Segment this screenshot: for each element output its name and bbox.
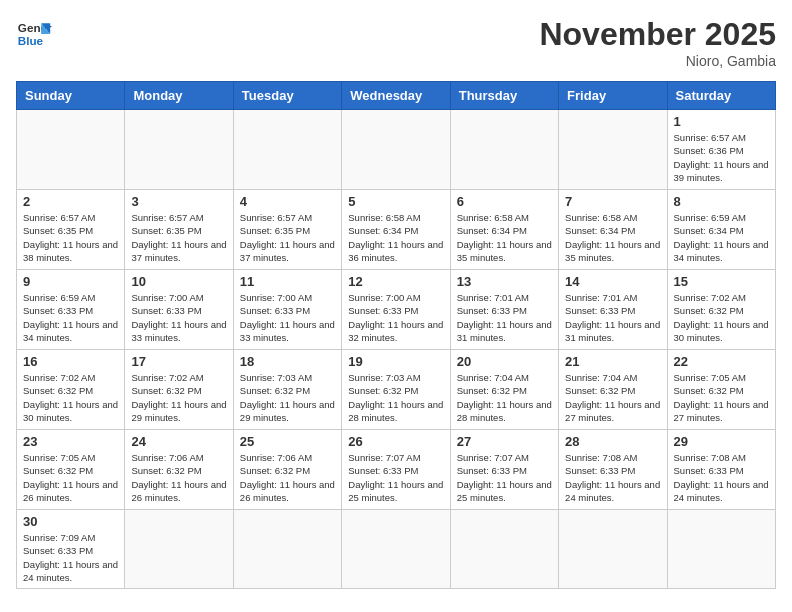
weekday-header-monday: Monday bbox=[125, 82, 233, 110]
day-number: 14 bbox=[565, 274, 660, 289]
day-number: 22 bbox=[674, 354, 769, 369]
day-info: Sunrise: 7:04 AM Sunset: 6:32 PM Dayligh… bbox=[457, 371, 552, 424]
day-number: 1 bbox=[674, 114, 769, 129]
title-section: November 2025 Nioro, Gambia bbox=[539, 16, 776, 69]
day-number: 19 bbox=[348, 354, 443, 369]
day-info: Sunrise: 7:03 AM Sunset: 6:32 PM Dayligh… bbox=[348, 371, 443, 424]
day-info: Sunrise: 6:59 AM Sunset: 6:33 PM Dayligh… bbox=[23, 291, 118, 344]
week-row-6: 30Sunrise: 7:09 AM Sunset: 6:33 PM Dayli… bbox=[17, 510, 776, 589]
calendar-cell bbox=[559, 510, 667, 589]
day-info: Sunrise: 7:08 AM Sunset: 6:33 PM Dayligh… bbox=[674, 451, 769, 504]
calendar-cell: 27Sunrise: 7:07 AM Sunset: 6:33 PM Dayli… bbox=[450, 430, 558, 510]
day-number: 24 bbox=[131, 434, 226, 449]
logo: General Blue bbox=[16, 16, 52, 52]
calendar-cell bbox=[17, 110, 125, 190]
day-number: 4 bbox=[240, 194, 335, 209]
day-number: 28 bbox=[565, 434, 660, 449]
calendar-cell: 3Sunrise: 6:57 AM Sunset: 6:35 PM Daylig… bbox=[125, 190, 233, 270]
day-number: 10 bbox=[131, 274, 226, 289]
week-row-1: 1Sunrise: 6:57 AM Sunset: 6:36 PM Daylig… bbox=[17, 110, 776, 190]
day-number: 5 bbox=[348, 194, 443, 209]
calendar-cell: 15Sunrise: 7:02 AM Sunset: 6:32 PM Dayli… bbox=[667, 270, 775, 350]
svg-text:Blue: Blue bbox=[18, 34, 44, 47]
calendar-cell: 12Sunrise: 7:00 AM Sunset: 6:33 PM Dayli… bbox=[342, 270, 450, 350]
day-number: 27 bbox=[457, 434, 552, 449]
day-number: 17 bbox=[131, 354, 226, 369]
day-info: Sunrise: 7:09 AM Sunset: 6:33 PM Dayligh… bbox=[23, 531, 118, 584]
calendar-cell: 25Sunrise: 7:06 AM Sunset: 6:32 PM Dayli… bbox=[233, 430, 341, 510]
calendar-cell bbox=[342, 510, 450, 589]
day-number: 7 bbox=[565, 194, 660, 209]
page-header: General Blue November 2025 Nioro, Gambia bbox=[16, 16, 776, 69]
calendar-cell: 20Sunrise: 7:04 AM Sunset: 6:32 PM Dayli… bbox=[450, 350, 558, 430]
day-number: 18 bbox=[240, 354, 335, 369]
day-info: Sunrise: 7:05 AM Sunset: 6:32 PM Dayligh… bbox=[674, 371, 769, 424]
day-info: Sunrise: 6:57 AM Sunset: 6:35 PM Dayligh… bbox=[240, 211, 335, 264]
calendar-cell bbox=[233, 110, 341, 190]
day-info: Sunrise: 7:04 AM Sunset: 6:32 PM Dayligh… bbox=[565, 371, 660, 424]
weekday-header-thursday: Thursday bbox=[450, 82, 558, 110]
day-number: 3 bbox=[131, 194, 226, 209]
day-number: 21 bbox=[565, 354, 660, 369]
calendar-table: SundayMondayTuesdayWednesdayThursdayFrid… bbox=[16, 81, 776, 589]
week-row-3: 9Sunrise: 6:59 AM Sunset: 6:33 PM Daylig… bbox=[17, 270, 776, 350]
weekday-header-wednesday: Wednesday bbox=[342, 82, 450, 110]
day-info: Sunrise: 7:01 AM Sunset: 6:33 PM Dayligh… bbox=[565, 291, 660, 344]
calendar-cell bbox=[450, 510, 558, 589]
day-number: 9 bbox=[23, 274, 118, 289]
calendar-cell: 19Sunrise: 7:03 AM Sunset: 6:32 PM Dayli… bbox=[342, 350, 450, 430]
day-number: 20 bbox=[457, 354, 552, 369]
calendar-cell: 13Sunrise: 7:01 AM Sunset: 6:33 PM Dayli… bbox=[450, 270, 558, 350]
calendar-cell: 4Sunrise: 6:57 AM Sunset: 6:35 PM Daylig… bbox=[233, 190, 341, 270]
weekday-header-sunday: Sunday bbox=[17, 82, 125, 110]
calendar-cell: 24Sunrise: 7:06 AM Sunset: 6:32 PM Dayli… bbox=[125, 430, 233, 510]
day-number: 6 bbox=[457, 194, 552, 209]
calendar-cell: 23Sunrise: 7:05 AM Sunset: 6:32 PM Dayli… bbox=[17, 430, 125, 510]
day-number: 26 bbox=[348, 434, 443, 449]
calendar-cell: 10Sunrise: 7:00 AM Sunset: 6:33 PM Dayli… bbox=[125, 270, 233, 350]
calendar-cell: 22Sunrise: 7:05 AM Sunset: 6:32 PM Dayli… bbox=[667, 350, 775, 430]
calendar-cell bbox=[125, 510, 233, 589]
calendar-cell bbox=[667, 510, 775, 589]
day-info: Sunrise: 6:57 AM Sunset: 6:35 PM Dayligh… bbox=[23, 211, 118, 264]
month-title: November 2025 bbox=[539, 16, 776, 53]
location-subtitle: Nioro, Gambia bbox=[539, 53, 776, 69]
calendar-cell: 1Sunrise: 6:57 AM Sunset: 6:36 PM Daylig… bbox=[667, 110, 775, 190]
day-number: 16 bbox=[23, 354, 118, 369]
calendar-cell: 28Sunrise: 7:08 AM Sunset: 6:33 PM Dayli… bbox=[559, 430, 667, 510]
calendar-cell: 2Sunrise: 6:57 AM Sunset: 6:35 PM Daylig… bbox=[17, 190, 125, 270]
week-row-4: 16Sunrise: 7:02 AM Sunset: 6:32 PM Dayli… bbox=[17, 350, 776, 430]
weekday-header-row: SundayMondayTuesdayWednesdayThursdayFrid… bbox=[17, 82, 776, 110]
day-info: Sunrise: 7:02 AM Sunset: 6:32 PM Dayligh… bbox=[674, 291, 769, 344]
day-info: Sunrise: 7:07 AM Sunset: 6:33 PM Dayligh… bbox=[348, 451, 443, 504]
day-number: 15 bbox=[674, 274, 769, 289]
calendar-cell bbox=[233, 510, 341, 589]
day-info: Sunrise: 7:07 AM Sunset: 6:33 PM Dayligh… bbox=[457, 451, 552, 504]
calendar-cell: 5Sunrise: 6:58 AM Sunset: 6:34 PM Daylig… bbox=[342, 190, 450, 270]
week-row-5: 23Sunrise: 7:05 AM Sunset: 6:32 PM Dayli… bbox=[17, 430, 776, 510]
weekday-header-tuesday: Tuesday bbox=[233, 82, 341, 110]
calendar-cell bbox=[342, 110, 450, 190]
day-info: Sunrise: 6:58 AM Sunset: 6:34 PM Dayligh… bbox=[565, 211, 660, 264]
calendar-cell: 18Sunrise: 7:03 AM Sunset: 6:32 PM Dayli… bbox=[233, 350, 341, 430]
calendar-cell: 9Sunrise: 6:59 AM Sunset: 6:33 PM Daylig… bbox=[17, 270, 125, 350]
day-number: 11 bbox=[240, 274, 335, 289]
calendar-cell: 29Sunrise: 7:08 AM Sunset: 6:33 PM Dayli… bbox=[667, 430, 775, 510]
day-info: Sunrise: 7:01 AM Sunset: 6:33 PM Dayligh… bbox=[457, 291, 552, 344]
day-info: Sunrise: 7:02 AM Sunset: 6:32 PM Dayligh… bbox=[23, 371, 118, 424]
day-number: 2 bbox=[23, 194, 118, 209]
calendar-cell: 30Sunrise: 7:09 AM Sunset: 6:33 PM Dayli… bbox=[17, 510, 125, 589]
calendar-cell: 16Sunrise: 7:02 AM Sunset: 6:32 PM Dayli… bbox=[17, 350, 125, 430]
logo-icon: General Blue bbox=[16, 16, 52, 52]
calendar-cell: 17Sunrise: 7:02 AM Sunset: 6:32 PM Dayli… bbox=[125, 350, 233, 430]
day-number: 12 bbox=[348, 274, 443, 289]
day-number: 25 bbox=[240, 434, 335, 449]
day-number: 8 bbox=[674, 194, 769, 209]
day-number: 29 bbox=[674, 434, 769, 449]
calendar-cell: 26Sunrise: 7:07 AM Sunset: 6:33 PM Dayli… bbox=[342, 430, 450, 510]
day-info: Sunrise: 7:00 AM Sunset: 6:33 PM Dayligh… bbox=[348, 291, 443, 344]
calendar-cell bbox=[125, 110, 233, 190]
day-info: Sunrise: 7:03 AM Sunset: 6:32 PM Dayligh… bbox=[240, 371, 335, 424]
calendar-cell: 7Sunrise: 6:58 AM Sunset: 6:34 PM Daylig… bbox=[559, 190, 667, 270]
day-number: 23 bbox=[23, 434, 118, 449]
